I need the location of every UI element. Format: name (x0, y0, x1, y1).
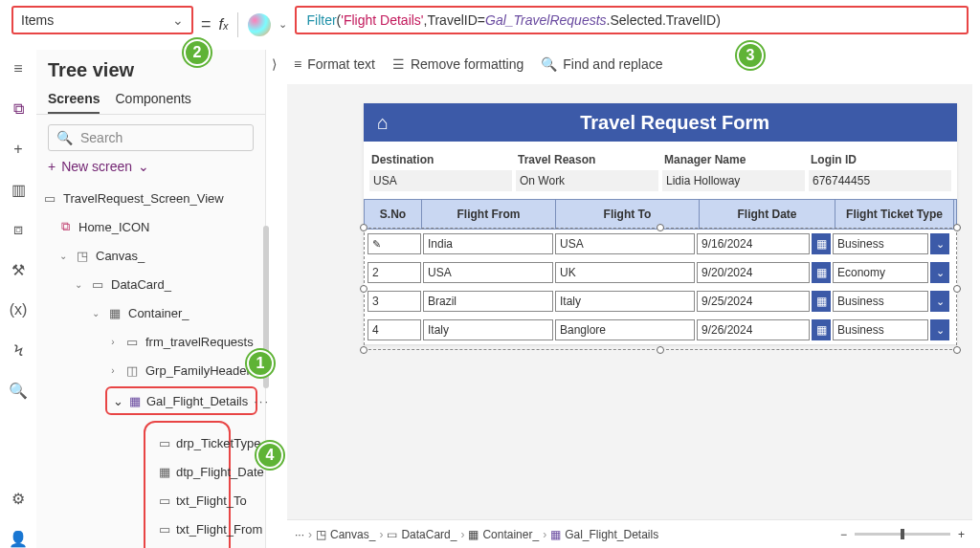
resize-handle[interactable] (360, 346, 368, 354)
chevron-down-icon[interactable]: ⌄ (930, 233, 949, 254)
breadcrumb-container[interactable]: ▦Container_ (468, 528, 539, 541)
tree-node-group[interactable]: ›◫Grp_FamilyHeaders (36, 356, 265, 384)
search-nav-icon[interactable]: 🔍 (9, 381, 28, 400)
group-icon: ◫ (124, 363, 140, 378)
format-icon: ≡ (294, 56, 301, 72)
breadcrumb-datacard[interactable]: ▭DataCard_ (387, 528, 457, 541)
home-icon[interactable]: ⌂ (377, 112, 389, 134)
cell-from[interactable]: Italy (423, 319, 553, 340)
breadcrumb-canvas[interactable]: ◳Canvas_ (316, 528, 375, 541)
tree-title: Tree view (36, 54, 265, 91)
design-canvas[interactable]: ⌂ Travel Request Form DestinationUSA Tra… (287, 84, 972, 519)
annotation-badge-1: 1 (247, 350, 274, 377)
calendar-icon[interactable]: ▦ (812, 319, 831, 340)
calendar-icon[interactable]: ▦ (812, 291, 831, 312)
power-automate-icon[interactable]: ⚒ (9, 260, 28, 279)
tree-node-textinput-from[interactable]: ▭txt_Flight_From (145, 515, 229, 543)
form-title: Travel Request Form (406, 112, 944, 134)
container-icon: ▦ (107, 306, 122, 320)
tree-node-form[interactable]: ›▭frm_travelRequests (36, 327, 265, 356)
tree-node-container[interactable]: ⌄▦Container_ (36, 298, 265, 327)
chevron-down-icon[interactable]: ⌄ (930, 262, 949, 283)
resize-handle[interactable] (953, 346, 961, 354)
tree-node-screen[interactable]: ▭TravelRequest_Screen_View (36, 184, 265, 212)
expand-icon[interactable]: ⟩ (272, 56, 277, 72)
table-row[interactable]: 4ItalyBanglore9/26/2024▦Business⌄ (364, 316, 957, 344)
ask-icon[interactable]: 👤 (9, 529, 28, 548)
cell-type[interactable]: Business (833, 233, 928, 254)
tree-node-gallery-selected[interactable]: ⌄ ▦ Gal_Flight_Details ··· (105, 386, 257, 415)
table-row[interactable]: 2USAUK9/20/2024▦Economy⌄ (364, 258, 957, 287)
cell-to[interactable]: Banglore (555, 319, 695, 340)
more-icon[interactable]: ··· (295, 528, 304, 541)
new-screen-button[interactable]: + New screen ⌄ (48, 159, 254, 174)
plus-icon: + (48, 159, 56, 174)
chevron-down-icon[interactable]: ⌄ (930, 291, 949, 312)
cell-sno[interactable]: 3 (368, 291, 421, 312)
cell-to[interactable]: Italy (555, 291, 695, 312)
cell-type[interactable]: Business (833, 319, 928, 340)
zoom-out-icon[interactable]: − (840, 528, 847, 541)
format-text-button[interactable]: ≡Format text (294, 56, 375, 72)
cell-type[interactable]: Economy (833, 262, 928, 283)
media-icon[interactable]: ⧈ (9, 220, 28, 239)
cell-to[interactable]: UK (555, 262, 695, 283)
fx-icon[interactable]: fx (219, 16, 229, 33)
annotation-badge-4: 4 (256, 442, 283, 469)
find-replace-button[interactable]: 🔍Find and replace (541, 56, 662, 72)
more-icon[interactable]: ··· (254, 394, 270, 408)
calendar-icon[interactable]: ▦ (812, 262, 831, 283)
tree-node-home-icon[interactable]: ⧉Home_ICON (36, 212, 265, 241)
cell-from[interactable]: Brazil (423, 291, 553, 312)
tree-node-datepicker[interactable]: ▦dtp_Flight_Date (145, 457, 229, 486)
remove-formatting-button[interactable]: ☰Remove formatting (392, 56, 523, 72)
cell-sno[interactable]: ✎ (368, 233, 421, 254)
cell-sno[interactable]: 2 (368, 262, 421, 283)
variables-icon[interactable]: (x) (9, 300, 28, 319)
add-icon[interactable]: + (9, 140, 28, 159)
tree-search[interactable]: 🔍 Search (48, 124, 254, 151)
tab-screens[interactable]: Screens (48, 91, 100, 114)
cell-date[interactable]: 9/16/2024 (697, 233, 810, 254)
menu-icon[interactable]: ≡ (9, 59, 28, 78)
table-row[interactable]: ✎IndiaUSA9/16/2024▦Business⌄ (364, 230, 957, 258)
tree-node-canvas[interactable]: ⌄◳Canvas_ (36, 241, 265, 270)
zoom-in-icon[interactable]: + (958, 528, 965, 541)
breadcrumb-gallery[interactable]: ▦Gal_Flight_Details (550, 528, 658, 541)
tab-components[interactable]: Components (115, 91, 190, 114)
settings-icon[interactable]: ⚙ (9, 489, 28, 508)
data-icon[interactable]: ▥ (9, 180, 28, 199)
search-icon: 🔍 (541, 56, 557, 72)
breadcrumb: ··· › ◳Canvas_ › ▭DataCard_ › ▦Container… (287, 519, 972, 548)
zoom-slider[interactable] (855, 533, 950, 536)
formula-bar[interactable]: Filter('Flight Details',TravelID=Gal_Tra… (295, 6, 969, 34)
cell-from[interactable]: India (423, 233, 553, 254)
cell-date[interactable]: 9/26/2024 (697, 319, 810, 340)
chevron-right-icon: › (107, 337, 119, 347)
chevron-down-icon[interactable]: ⌄ (930, 319, 949, 340)
tree-view-icon[interactable]: ⧉ (9, 99, 28, 119)
zoom-control[interactable]: − + (840, 528, 965, 541)
advanced-tools-icon[interactable]: Ϟ (9, 340, 28, 360)
calendar-icon[interactable]: ▦ (812, 233, 831, 254)
form-icon: ▭ (124, 335, 140, 349)
left-rail: ≡ ⧉ + ▥ ⧈ ⚒ (x) Ϟ 🔍 ⚙ 👤 (0, 50, 36, 548)
tree-node-datacard[interactable]: ⌄▭DataCard_ (36, 270, 265, 298)
tree-node-dropdown[interactable]: ▭drp_TicketType (145, 428, 229, 457)
chevron-down-icon[interactable]: ⌄ (278, 18, 287, 31)
cell-date[interactable]: 9/20/2024 (697, 262, 810, 283)
cell-type[interactable]: Business (833, 291, 928, 312)
cell-sno[interactable]: 4 (368, 319, 421, 340)
cell-date[interactable]: 9/25/2024 (697, 291, 810, 312)
copilot-icon[interactable] (248, 13, 271, 36)
property-selector[interactable]: Items ⌄ (11, 6, 193, 34)
field-label-manager: Manager Name (662, 149, 805, 170)
tree-node-textinput-sno[interactable]: ▭txt_S.No (145, 543, 229, 548)
field-value-reason: On Work (516, 170, 658, 191)
resize-handle[interactable] (657, 346, 664, 354)
table-row[interactable]: 3BrazilItaly9/25/2024▦Business⌄ (364, 287, 957, 316)
cell-to[interactable]: USA (555, 233, 695, 254)
tree-node-textinput-to[interactable]: ▭txt_Flight_To (145, 486, 229, 515)
cell-from[interactable]: USA (423, 262, 553, 283)
field-value-destination: USA (369, 170, 512, 191)
